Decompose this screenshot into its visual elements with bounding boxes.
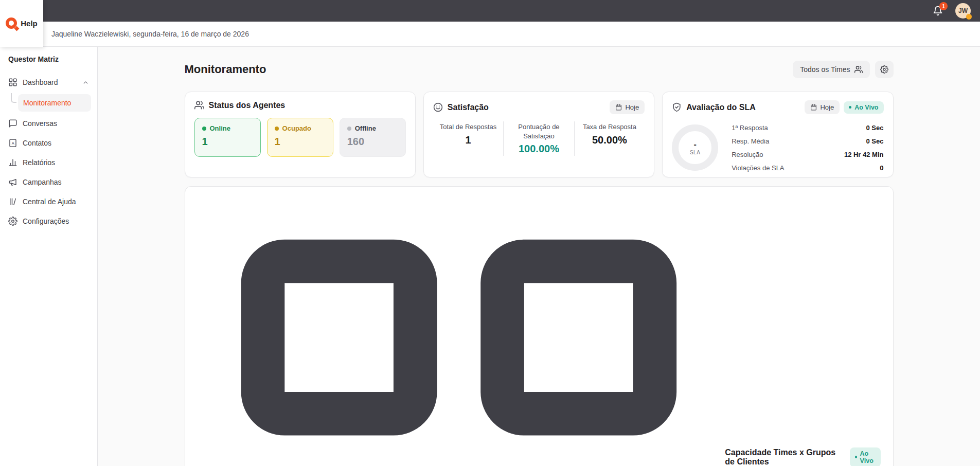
tree-connector	[11, 93, 16, 103]
period-selector-button[interactable]: Hoje	[805, 100, 840, 114]
capacity-table-card: Capacidade Times x Grupos de Clientes Ao…	[185, 186, 894, 466]
metric-taxa-resposta: Taxa de Resposta 50.00%	[574, 121, 645, 156]
brand-q-icon	[6, 17, 18, 30]
online-dot	[202, 127, 206, 131]
top-bar: 1 JW	[0, 0, 980, 22]
sidebar-item-monitoramento[interactable]: Monitoramento	[18, 94, 91, 112]
greeting-text: Jaqueline Waczielewiski, segunda-feira, …	[51, 30, 249, 38]
sla-metric-row: Resp. Média0 Sec	[732, 134, 883, 148]
live-dot-icon	[849, 106, 851, 109]
gear-icon	[880, 65, 888, 74]
chat-bubble-icon	[8, 119, 17, 128]
sidebar-item-dashboard[interactable]: Dashboard	[6, 73, 91, 92]
page-title: Monitoramento	[185, 63, 266, 76]
metric-value: 50.00%	[580, 134, 639, 146]
sidebar-item-relatorios[interactable]: Relatórios	[6, 153, 91, 172]
satisfaction-card: Satisfação Hoje Total de Respostas 1	[423, 92, 654, 177]
live-badge: Ao Vivo	[844, 101, 883, 114]
bar-chart-icon	[8, 158, 17, 167]
sidebar-item-label: Central de Ajuda	[23, 198, 76, 206]
sla-metric-row: 1ª Resposta0 Sec	[732, 121, 883, 134]
period-selector-button[interactable]: Hoje	[610, 100, 645, 114]
live-dot-icon	[855, 456, 857, 458]
users-icon	[854, 65, 863, 74]
sidebar-item-label: Conversas	[23, 119, 57, 128]
sla-metric-label: Resolução	[732, 151, 763, 158]
sidebar: Questor Matriz Dashboard Monitoramento C…	[0, 47, 98, 466]
busy-dot	[275, 127, 279, 131]
status-label: Online	[210, 124, 230, 132]
offline-dot	[347, 127, 351, 131]
sla-metric-label: Violações de SLA	[732, 164, 784, 172]
card-title: Satisfação	[448, 103, 489, 112]
status-value: 1	[275, 136, 326, 148]
sidebar-item-label: Dashboard	[23, 78, 58, 86]
smiley-icon	[433, 102, 443, 112]
metric-pontuacao-satisfacao: Pontuação de Satisfação 100.00%	[503, 121, 574, 156]
sidebar-item-contatos[interactable]: A Contatos	[6, 133, 91, 153]
sidebar-item-campanhas[interactable]: Campanhas	[6, 172, 91, 192]
metric-label: Taxa de Resposta	[580, 122, 639, 132]
dashboard-settings-button[interactable]	[875, 61, 894, 78]
app-logo[interactable]: Help	[0, 0, 43, 47]
metric-value: 1	[438, 134, 498, 146]
status-box-online: Online 1	[194, 118, 261, 157]
live-label: Ao Vivo	[860, 450, 876, 464]
avatar-initials: JW	[958, 7, 968, 14]
status-box-offline: Offline 160	[340, 118, 406, 157]
sla-metric-value: 0 Sec	[866, 137, 884, 145]
card-title: Status dos Agentes	[209, 101, 286, 110]
contacts-book-icon: A	[8, 138, 17, 148]
sla-gauge-value: -	[693, 140, 696, 149]
capacity-table-title: Capacidade Times x Grupos de Clientes	[725, 448, 845, 466]
notifications-button[interactable]: 1	[933, 6, 943, 16]
metric-total-respostas: Total de Respostas 1	[433, 121, 503, 156]
workspace-name: Questor Matriz	[6, 55, 91, 63]
sidebar-item-central-de-ajuda[interactable]: Central de Ajuda	[6, 192, 91, 211]
status-label: Offline	[355, 124, 376, 132]
users-icon	[194, 100, 204, 110]
team-filter-button[interactable]: Todos os Times	[793, 61, 869, 78]
card-title: Avaliação do SLA	[686, 103, 756, 112]
sla-metric-label: 1ª Resposta	[732, 124, 768, 132]
sla-gauge: - SLA	[672, 124, 718, 171]
period-label: Hoje	[625, 103, 639, 111]
sla-metric-row: Resolução12 Hr 42 Min	[732, 148, 883, 161]
sidebar-item-label: Relatórios	[23, 158, 55, 167]
dashboard-grid-icon	[8, 78, 17, 87]
metric-label: Total de Respostas	[438, 122, 498, 132]
library-icon	[8, 197, 17, 206]
sidebar-item-label: Contatos	[23, 139, 51, 147]
status-label: Ocupado	[282, 124, 311, 132]
user-avatar[interactable]: JW	[955, 3, 971, 19]
agents-status-card: Status dos Agentes Online 1 Ocupado 1 Of…	[185, 92, 416, 177]
brand-name: Help	[21, 19, 38, 28]
avatar-status-dot	[966, 14, 972, 20]
sla-metric-value: 0	[880, 164, 883, 172]
chevron-up-icon	[82, 79, 89, 86]
period-label: Hoje	[820, 103, 834, 111]
sidebar-item-conversas[interactable]: Conversas	[6, 114, 91, 133]
status-value: 1	[202, 136, 253, 148]
status-box-ocupado: Ocupado 1	[267, 118, 333, 157]
main-area: Monitoramento Todos os Times Status dos …	[98, 47, 980, 466]
shield-check-icon	[672, 102, 682, 112]
sla-metric-label: Resp. Média	[732, 137, 769, 145]
calendar-icon	[615, 104, 622, 111]
live-badge: Ao Vivo	[850, 447, 880, 466]
sla-card: Avaliação do SLA Hoje Ao Vivo - SLA	[662, 92, 893, 177]
svg-text:A: A	[12, 141, 14, 146]
metric-value: 100.00%	[509, 143, 568, 155]
megaphone-icon	[8, 177, 17, 187]
gear-icon	[8, 217, 17, 226]
greeting-bar: Jaqueline Waczielewiski, segunda-feira, …	[0, 22, 980, 47]
grid-icon	[198, 196, 720, 466]
sidebar-item-configuracoes[interactable]: Configurações	[6, 211, 91, 231]
status-value: 160	[347, 136, 398, 148]
sidebar-item-label: Configurações	[23, 217, 69, 225]
notification-count-badge: 1	[939, 2, 948, 10]
live-label: Ao Vivo	[854, 104, 878, 111]
metric-label: Pontuação de Satisfação	[509, 122, 568, 140]
sla-metric-row: Violações de SLA0	[732, 161, 883, 174]
calendar-icon	[810, 104, 817, 111]
